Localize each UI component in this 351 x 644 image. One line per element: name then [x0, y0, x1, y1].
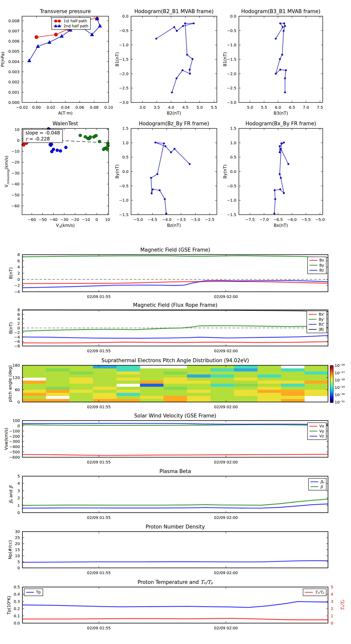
- proton-temperature-panel: Proton Temperature and Tₑ/Tₚ Tp(10⁶K) Tₑ…: [22, 587, 328, 623]
- tick-label: −0.5: [119, 184, 128, 188]
- tick-label: −1.0: [227, 198, 236, 202]
- tick-label: 0.003: [8, 70, 19, 74]
- tick-label: 120: [12, 375, 20, 380]
- tick-label: 0: [95, 217, 98, 222]
- legend: βₚβ: [308, 478, 327, 490]
- tick-label: 5.5: [211, 105, 217, 110]
- legend-label: β: [320, 484, 323, 490]
- tick-label: −50: [38, 217, 47, 222]
- legend-entry: Bz': [308, 322, 325, 327]
- tick-label: 0.008: [8, 18, 19, 23]
- panel-title: Suprathermal Electrons Pitch Angle Distr…: [101, 358, 249, 363]
- tick-label: −40: [11, 182, 19, 186]
- tick-label: −200: [9, 434, 20, 439]
- tick-label: 0.1: [14, 614, 20, 618]
- panel-title: Solar Wind Velocity (GSE Frame): [134, 413, 216, 418]
- tick-label: −60: [28, 217, 36, 222]
- tick-label: 0.00: [32, 105, 41, 110]
- tick-label: 0: [17, 277, 20, 282]
- tick-label: −4.5: [148, 217, 157, 222]
- legend-label: Bx: [320, 258, 324, 263]
- tick-label: −600: [9, 455, 20, 460]
- legend: Tp: [24, 588, 43, 596]
- legend-label: |B|: [319, 327, 324, 332]
- y-axis-label: Tp(10⁶K): [6, 596, 11, 614]
- legend-entry: Tₑ/Tₚ: [304, 590, 324, 595]
- tick-label: −4: [14, 335, 20, 339]
- tick-label: −60: [11, 204, 19, 208]
- tick-label: 4.0: [168, 105, 174, 110]
- tick-label: 0.02: [47, 105, 55, 110]
- tick-label: 5: [331, 585, 333, 589]
- panel-title: Plasma Beta: [159, 468, 191, 474]
- tick-label: −10: [82, 217, 90, 222]
- tick-label: −3.0: [119, 100, 128, 105]
- proton-density-panel: Proton Number Density Np(#/cc) 02/09 01:…: [22, 532, 328, 568]
- tick-label: 15: [15, 548, 20, 552]
- tick-label: 0.002: [8, 80, 19, 84]
- legend-label: By': [319, 317, 325, 322]
- panel-title: Hodogram(B2_B1 MVAB frame): [134, 8, 214, 14]
- chart-canvas: 5.05.56.06.57.07.5−3.0−2.5−2.0−1.5−1.0−0…: [239, 16, 323, 102]
- y-axis-label: Vremaining(km/s): [4, 156, 9, 188]
- legend-entry: β: [310, 484, 324, 490]
- legend: BxByBz: [307, 256, 327, 274]
- colorbar-label: 10⁻²⁹: [335, 385, 345, 390]
- tick-label: 0.0: [122, 14, 128, 18]
- tick-label: −7.0: [259, 217, 269, 222]
- tick-label: −2: [14, 283, 20, 288]
- tick-label: −40: [49, 217, 57, 222]
- legend-entry: By: [309, 263, 324, 268]
- tick-label: −8: [14, 344, 20, 348]
- x-axis-label: B2(nT): [167, 111, 181, 116]
- tick-label: 7.5: [317, 105, 323, 110]
- tick-label: −2.5: [119, 86, 128, 90]
- legend-entry: 1st half path: [53, 18, 88, 24]
- tick-label: 0.08: [90, 105, 99, 110]
- tick-label: 0: [17, 424, 20, 428]
- tick-label: 0.3: [14, 599, 20, 604]
- tick-label: 4: [17, 316, 20, 321]
- y-axis-label: B(nT): [8, 322, 13, 334]
- plot-area: 3.03.54.04.55.05.5−3.0−2.5−2.0−1.5−1.0−0…: [131, 16, 217, 102]
- tick-label: −6: [14, 339, 20, 344]
- chart-canvas: 02/09 01:5502/09 02:00−4−202468: [22, 255, 328, 292]
- x-axis-label: VA(km/s): [56, 223, 75, 228]
- tick-label: 0: [17, 566, 20, 570]
- tick-label: −5.0: [315, 217, 325, 222]
- legend-label: Vz: [320, 434, 324, 439]
- tick-label: 5.0: [247, 105, 253, 110]
- tick-label: 0.004: [8, 59, 19, 64]
- tick-label: 5.5: [261, 105, 267, 110]
- y-axis-label: B1(nT): [115, 52, 119, 66]
- transverse-pressure-panel: Transverse pressure Pt(nPa) A(T·m) −0.02…: [22, 16, 109, 102]
- tick-label: 02/09 01:55: [87, 348, 111, 353]
- plot-area: 5.05.56.06.57.07.5−3.0−2.5−2.0−1.5−1.0−0…: [239, 16, 323, 102]
- panel-title: Hodogram(B3_B1 MVAB frame): [241, 8, 320, 14]
- tick-label: −1.5: [119, 212, 128, 217]
- legend: VxVyVz: [307, 422, 327, 440]
- legend-label: Vx: [320, 424, 324, 429]
- tick-label: 1.5: [230, 126, 236, 131]
- tick-label: 0.10: [104, 105, 113, 110]
- tick-label: −10: [11, 149, 19, 154]
- tick-label: 0.5: [122, 155, 128, 160]
- legend-label: Tp: [36, 590, 41, 595]
- legend-label: βₚ: [320, 479, 324, 484]
- panel-title: Hodogram(Bz_By FR frame): [139, 120, 209, 126]
- tick-label: 0: [17, 400, 20, 404]
- tick-label: 0.0: [230, 14, 236, 18]
- legend: Tₑ/Tₚ: [303, 588, 327, 596]
- tick-label: 30: [15, 529, 20, 534]
- legend-entry: Bz: [309, 268, 324, 273]
- tick-label: 3.0: [139, 105, 146, 110]
- tick-label: 02/09 01:55: [87, 515, 111, 520]
- tick-label: 02/09 01:55: [87, 460, 111, 464]
- y-axis-label: Pt(nPa): [0, 52, 5, 67]
- tick-label: 02/09 02:00: [214, 515, 238, 520]
- tick-label: 1: [17, 503, 20, 508]
- tick-label: −3.0: [227, 100, 236, 105]
- y-axis-label: By(nT): [223, 164, 227, 179]
- tick-label: −1.0: [119, 198, 128, 202]
- legend-label: By: [320, 263, 324, 268]
